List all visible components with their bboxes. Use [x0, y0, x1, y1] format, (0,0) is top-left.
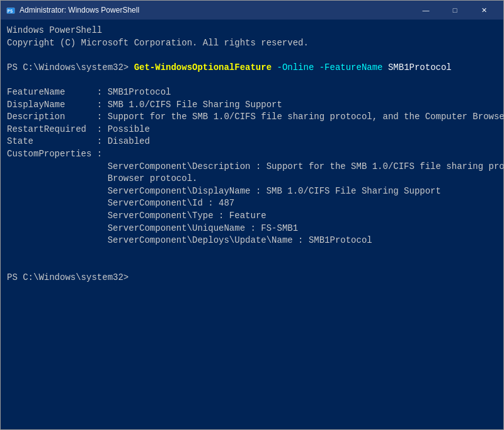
feature-name-value: SMB1Protocol — [108, 87, 171, 97]
terminal-header-line2: Copyright (C) Microsoft Corporation. All… — [7, 38, 309, 48]
custom-line-6: ServerComponent\Deploys\Update\Name : SM… — [108, 235, 372, 245]
window-controls: — □ ✕ — [411, 1, 498, 20]
window-icon: PS — [6, 5, 16, 15]
custom-line-5: ServerComponent\UniqueName : FS-SMB1 — [108, 223, 298, 233]
description-label: Description : — [7, 112, 108, 122]
terminal-param2: -FeatureName — [319, 62, 383, 73]
description-value: Support for the SMB 1.0/CIFS file sharin… — [108, 112, 503, 122]
state-label: State : — [7, 136, 108, 146]
window-title: Administrator: Windows PowerShell — [20, 6, 411, 15]
restart-required-value: Possible — [108, 124, 150, 134]
terminal-body[interactable]: Windows PowerShell Copyright (C) Microso… — [1, 20, 503, 429]
custom-line-2: ServerComponent\DisplayName : SMB 1.0/CI… — [108, 186, 441, 196]
terminal-command: Get-WindowsOptionalFeature — [134, 62, 272, 73]
close-button[interactable]: ✕ — [469, 1, 498, 20]
title-bar: PS Administrator: Windows PowerShell — □… — [1, 1, 503, 20]
custom-line-4: ServerComponent\Type : Feature — [108, 211, 266, 221]
minimize-button[interactable]: — — [411, 1, 440, 20]
terminal-param1: -Online — [277, 62, 314, 73]
display-name-value: SMB 1.0/CIFS File Sharing Support — [108, 100, 282, 110]
custom-line-0: ServerComponent\Description : Support fo… — [108, 161, 503, 171]
powershell-window: PS Administrator: Windows PowerShell — □… — [0, 0, 504, 430]
restart-required-label: RestartRequired : — [7, 124, 108, 134]
feature-name-label: FeatureName : — [7, 87, 108, 97]
custom-properties-label: CustomProperties : — [7, 149, 102, 159]
terminal-prompt2: PS C:\Windows\system32> — [7, 272, 129, 282]
maximize-button[interactable]: □ — [440, 1, 469, 20]
terminal-param-value: SMB1Protocol — [388, 62, 452, 73]
terminal-header-line1: Windows PowerShell — [7, 25, 102, 35]
custom-line-1: Browser protocol. — [108, 173, 198, 183]
display-name-label: DisplayName : — [7, 100, 108, 110]
custom-line-3: ServerComponent\Id : 487 — [108, 198, 235, 208]
state-value: Disabled — [108, 136, 150, 146]
terminal-prompt1: PS C:\Windows\system32> — [7, 62, 129, 73]
svg-text:PS: PS — [8, 9, 13, 14]
